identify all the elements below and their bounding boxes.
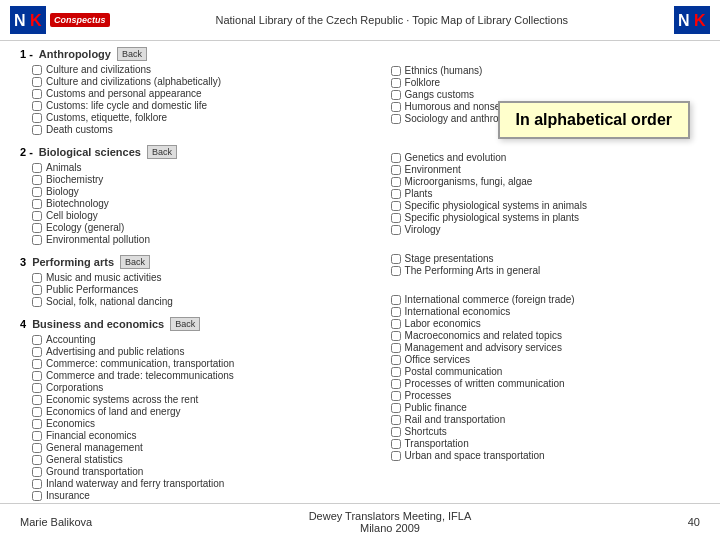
item-label: Biochemistry xyxy=(46,174,103,185)
checkbox[interactable] xyxy=(391,189,401,199)
section-3-title: Performing arts xyxy=(32,256,114,268)
checkbox[interactable] xyxy=(32,479,42,489)
item-label: Social, folk, national dancing xyxy=(46,296,173,307)
list-item: Labor economics xyxy=(391,318,700,329)
checkbox[interactable] xyxy=(391,415,401,425)
section-2-title: Biological sciences xyxy=(39,146,141,158)
item-label: Music and music activities xyxy=(46,272,162,283)
checkbox[interactable] xyxy=(32,211,42,221)
checkbox[interactable] xyxy=(391,343,401,353)
checkbox[interactable] xyxy=(391,165,401,175)
section-2-back-button[interactable]: Back xyxy=(147,145,177,159)
checkbox[interactable] xyxy=(391,307,401,317)
checkbox[interactable] xyxy=(32,371,42,381)
item-label: Public finance xyxy=(405,402,467,413)
list-item: Ecology (general) xyxy=(32,222,341,233)
list-item: Plants xyxy=(391,188,700,199)
checkbox[interactable] xyxy=(32,455,42,465)
checkbox[interactable] xyxy=(391,102,401,112)
checkbox[interactable] xyxy=(391,379,401,389)
section-4: 4 Business and economics Back Accounting… xyxy=(20,317,341,501)
nk-logo-left: N K xyxy=(10,6,46,34)
checkbox[interactable] xyxy=(391,403,401,413)
left-column: 1 - Anthropology Back Culture and civili… xyxy=(20,47,341,495)
checkbox[interactable] xyxy=(391,331,401,341)
item-label: Genetics and evolution xyxy=(405,152,507,163)
list-item: Customs, etiquette, folklore xyxy=(32,112,341,123)
checkbox[interactable] xyxy=(391,319,401,329)
checkbox[interactable] xyxy=(391,114,401,124)
list-item: Economic systems across the rent xyxy=(32,394,341,405)
section-3-right: Stage presentations The Performing Arts … xyxy=(379,253,700,276)
checkbox[interactable] xyxy=(391,439,401,449)
checkbox[interactable] xyxy=(391,66,401,76)
checkbox[interactable] xyxy=(32,335,42,345)
checkbox[interactable] xyxy=(32,359,42,369)
section-2: 2 - Biological sciences Back Animals Bio… xyxy=(20,145,341,245)
checkbox[interactable] xyxy=(391,213,401,223)
checkbox[interactable] xyxy=(32,273,42,283)
checkbox[interactable] xyxy=(391,367,401,377)
item-label: Management and advisory services xyxy=(405,342,562,353)
checkbox[interactable] xyxy=(32,77,42,87)
checkbox[interactable] xyxy=(32,491,42,501)
checkbox[interactable] xyxy=(32,431,42,441)
checkbox[interactable] xyxy=(32,175,42,185)
checkbox[interactable] xyxy=(391,266,401,276)
checkbox[interactable] xyxy=(391,254,401,264)
svg-text:N: N xyxy=(678,12,690,29)
checkbox[interactable] xyxy=(391,153,401,163)
checkbox[interactable] xyxy=(32,407,42,417)
section-1-back-button[interactable]: Back xyxy=(117,47,147,61)
conspectus-logo: Conspectus xyxy=(50,13,110,27)
item-label: Processes of written communication xyxy=(405,378,565,389)
checkbox[interactable] xyxy=(32,443,42,453)
item-label: Economics of land and energy xyxy=(46,406,181,417)
list-item: General statistics xyxy=(32,454,341,465)
checkbox[interactable] xyxy=(391,451,401,461)
checkbox[interactable] xyxy=(391,427,401,437)
list-item: General management xyxy=(32,442,341,453)
checkbox[interactable] xyxy=(32,383,42,393)
section-1-number: 1 - xyxy=(20,48,33,60)
footer-center: Dewey Translators Meeting, IFLA Milano 2… xyxy=(309,510,472,534)
checkbox[interactable] xyxy=(391,225,401,235)
section-3-back-button[interactable]: Back xyxy=(120,255,150,269)
checkbox[interactable] xyxy=(391,90,401,100)
list-item: Microorganisms, fungi, algae xyxy=(391,176,700,187)
checkbox[interactable] xyxy=(32,297,42,307)
list-item: Animals xyxy=(32,162,341,173)
checkbox[interactable] xyxy=(32,395,42,405)
main-content: In alphabetical order 1 - Anthropology B… xyxy=(0,41,720,501)
checkbox[interactable] xyxy=(391,355,401,365)
checkbox[interactable] xyxy=(32,223,42,233)
section-4-back-button[interactable]: Back xyxy=(170,317,200,331)
item-label: Stage presentations xyxy=(405,253,494,264)
checkbox[interactable] xyxy=(391,391,401,401)
checkbox[interactable] xyxy=(32,235,42,245)
checkbox[interactable] xyxy=(32,101,42,111)
checkbox[interactable] xyxy=(32,89,42,99)
checkbox[interactable] xyxy=(32,113,42,123)
checkbox[interactable] xyxy=(32,187,42,197)
list-item: Folklore xyxy=(391,77,700,88)
checkbox[interactable] xyxy=(32,467,42,477)
checkbox[interactable] xyxy=(32,285,42,295)
item-label: Environment xyxy=(405,164,461,175)
checkbox[interactable] xyxy=(391,78,401,88)
section-1: 1 - Anthropology Back Culture and civili… xyxy=(20,47,341,135)
item-label: Cell biology xyxy=(46,210,98,221)
checkbox[interactable] xyxy=(391,201,401,211)
checkbox[interactable] xyxy=(32,65,42,75)
checkbox[interactable] xyxy=(32,347,42,357)
checkbox[interactable] xyxy=(32,125,42,135)
checkbox[interactable] xyxy=(32,163,42,173)
item-label: Labor economics xyxy=(405,318,481,329)
section-3-number: 3 xyxy=(20,256,26,268)
checkbox[interactable] xyxy=(32,419,42,429)
item-label: Shortcuts xyxy=(405,426,447,437)
checkbox[interactable] xyxy=(391,177,401,187)
checkbox[interactable] xyxy=(391,295,401,305)
svg-text:K: K xyxy=(694,12,706,29)
checkbox[interactable] xyxy=(32,199,42,209)
